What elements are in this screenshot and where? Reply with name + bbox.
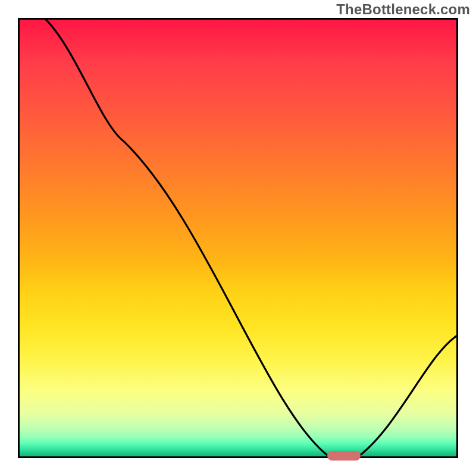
plot-area (18, 18, 458, 458)
watermark-text: TheBottleneck.com (336, 1, 470, 18)
optimal-marker (327, 451, 361, 461)
gradient-background (18, 18, 458, 458)
bottleneck-chart: TheBottleneck.com (0, 0, 476, 476)
